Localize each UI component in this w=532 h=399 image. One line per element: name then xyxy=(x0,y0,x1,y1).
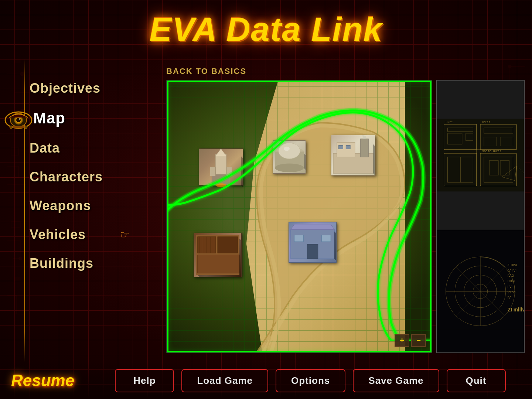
svg-point-35 xyxy=(275,164,304,172)
svg-text:UNIT 2: UNIT 2 xyxy=(493,150,501,153)
svg-text:IV·IIVI: IV·IIVI xyxy=(508,268,516,272)
svg-point-36 xyxy=(279,143,300,159)
svg-text:UNIT 1: UNIT 1 xyxy=(446,121,454,123)
svg-rect-49 xyxy=(322,235,331,242)
eva-eye-icon xyxy=(4,107,33,129)
svg-text:IVIO: IVIO xyxy=(508,274,514,277)
svg-text:ZI·IIIVI: ZI·IIIVI xyxy=(508,263,517,267)
svg-rect-40 xyxy=(361,139,369,157)
sidebar-item-characters[interactable]: Characters xyxy=(0,163,159,191)
radar-svg: ZI·IIIVI IV·IIVI IVIO I·IIIVI IIVI VI·IV… xyxy=(437,230,524,352)
svg-rect-21 xyxy=(218,237,238,253)
svg-text:VI·IVI: VI·IVI xyxy=(508,290,516,294)
mini-map-panel: UNIT 1 UNIT 2 SEC TO UNIT 2 xyxy=(436,80,525,353)
svg-point-32 xyxy=(215,183,226,187)
load-game-button[interactable]: Load Game xyxy=(181,369,268,392)
cursor-indicator: ☞ xyxy=(120,229,129,241)
svg-text:IIVI: IIVI xyxy=(508,285,512,289)
sidebar-item-label: Objectives xyxy=(30,81,100,96)
bottom-buttons: Help Load Game Options Save Game Quit xyxy=(100,369,521,392)
svg-rect-47 xyxy=(307,244,318,259)
help-button[interactable]: Help xyxy=(115,369,174,392)
mini-map-view: UNIT 1 UNIT 2 SEC TO UNIT 2 xyxy=(437,81,524,230)
sidebar-item-buildings[interactable]: Buildings xyxy=(0,249,159,278)
svg-rect-28 xyxy=(215,154,226,174)
zoom-out-button[interactable]: − xyxy=(411,334,426,347)
svg-rect-30 xyxy=(210,167,215,176)
sidebar: Objectives xyxy=(0,59,159,362)
map-background: + − xyxy=(167,81,432,352)
svg-marker-29 xyxy=(215,149,226,156)
zoom-in-button[interactable]: + xyxy=(395,334,409,347)
svg-text:UNIT 2: UNIT 2 xyxy=(482,121,490,123)
save-game-button[interactable]: Save Game xyxy=(353,369,439,392)
sidebar-item-label: Buildings xyxy=(30,256,93,271)
svg-point-18 xyxy=(24,126,27,129)
svg-text:SEC TO: SEC TO xyxy=(482,150,492,153)
sidebar-item-weapons[interactable]: Weapons xyxy=(0,191,159,220)
options-button[interactable]: Options xyxy=(276,369,345,392)
map-neon-border xyxy=(167,81,432,341)
svg-rect-39 xyxy=(337,143,355,157)
svg-text:I·IIIVI: I·IIIVI xyxy=(508,279,515,283)
mini-radar-view: ZI·IIIVI IV·IIVI IVIO I·IIIVI IIVI VI·IV… xyxy=(437,230,524,352)
map-grid xyxy=(167,81,432,352)
sidebar-item-objectives[interactable]: Objectives xyxy=(0,74,159,103)
map-container: + − xyxy=(166,80,525,353)
map-terrain-sand xyxy=(246,81,405,352)
svg-rect-43 xyxy=(339,146,343,149)
svg-rect-16 xyxy=(11,126,26,128)
page-title: EVA Data Link xyxy=(149,11,382,49)
mini-map-svg: UNIT 1 UNIT 2 SEC TO UNIT 2 xyxy=(437,81,524,230)
resume-label[interactable]: Resume xyxy=(11,371,85,390)
sidebar-item-label: Map xyxy=(33,109,65,127)
map-building-1 xyxy=(194,233,242,277)
header: EVA Data Link xyxy=(0,0,532,59)
sidebar-item-vehicles[interactable]: Vehicles ☞ xyxy=(0,220,159,249)
sidebar-item-data[interactable]: Data xyxy=(0,134,159,163)
svg-point-15 xyxy=(19,118,20,120)
sidebar-item-label: Weapons xyxy=(30,198,91,213)
sidebar-item-label: Data xyxy=(30,140,60,156)
main-content: BACK TO BASICS xyxy=(159,59,532,362)
map-building-2 xyxy=(199,149,243,185)
svg-text:ZI mlllv: ZI mlllv xyxy=(508,307,524,312)
svg-point-17 xyxy=(10,126,13,129)
map-building-5 xyxy=(289,222,337,263)
map-roads-svg xyxy=(167,81,432,352)
svg-rect-48 xyxy=(294,235,304,242)
map-building-3 xyxy=(273,140,306,174)
map-zoom-controls: + − xyxy=(395,334,426,347)
map-building-4 xyxy=(331,135,375,175)
sidebar-item-map[interactable]: Map xyxy=(0,103,159,134)
svg-rect-22 xyxy=(197,255,239,273)
svg-rect-44 xyxy=(346,146,350,149)
quit-button[interactable]: Quit xyxy=(447,369,506,392)
mission-label: BACK TO BASICS xyxy=(166,66,525,76)
svg-rect-31 xyxy=(226,167,232,176)
bottom-bar: Resume Help Load Game Options Save Game … xyxy=(0,362,532,399)
svg-marker-46 xyxy=(291,224,334,229)
main-map-view: + − xyxy=(166,80,432,353)
svg-text:IV·: IV· xyxy=(508,296,512,299)
sidebar-item-label: Characters xyxy=(30,169,103,184)
sidebar-item-label: Vehicles xyxy=(30,227,86,242)
svg-point-37 xyxy=(284,147,290,151)
